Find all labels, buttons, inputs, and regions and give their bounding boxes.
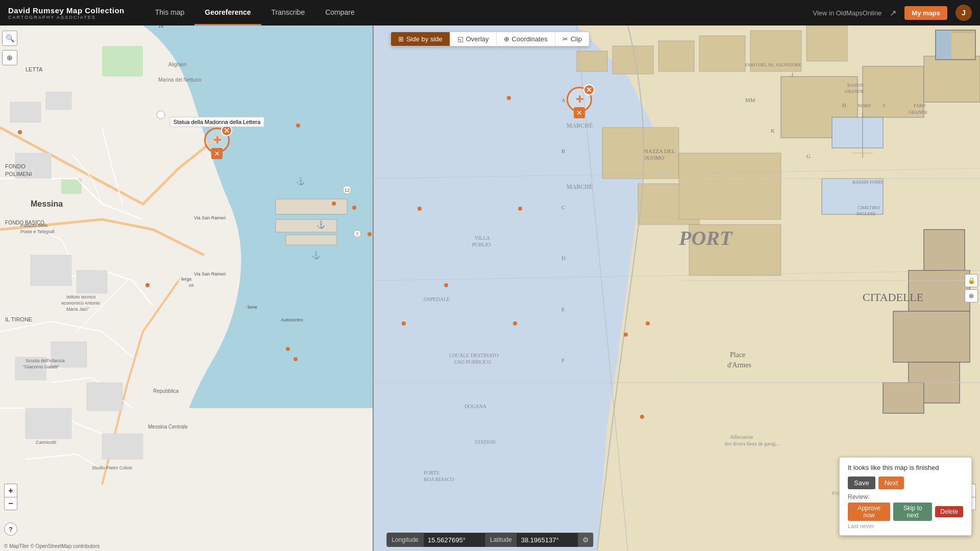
thumbnail-svg (936, 31, 975, 59)
logo-area: David Rumsey Map Collection Cartography … (8, 6, 125, 20)
svg-text:C: C (561, 204, 565, 210)
crosshair-button[interactable]: ⊕ (2, 50, 17, 65)
svg-point-39 (157, 111, 165, 119)
map-divider (373, 26, 374, 551)
svg-rect-63 (924, 56, 980, 102)
delete-button[interactable]: Delete (935, 506, 963, 517)
svg-text:Maria Jaci°: Maria Jaci° (66, 307, 89, 312)
svg-text:Repubblica: Repubblica (153, 388, 179, 394)
left-pin-marker[interactable]: ✛ ✕ Statua della Madonna della Lettera ✕ (204, 128, 230, 153)
svg-text:GRANDE: GRANDE (845, 89, 864, 94)
nav-transcribe[interactable]: Transcribe (261, 0, 315, 26)
dot-marker-3[interactable] (332, 202, 336, 206)
longitude-label: Longitude (386, 533, 424, 546)
approve-button[interactable]: Approve now (848, 503, 890, 521)
svg-text:GRANDE: GRANDE (909, 110, 928, 115)
tool-overlay[interactable]: ◱ Overlay (450, 32, 497, 46)
skip-button[interactable]: Skip to next (893, 503, 932, 521)
logo-subtitle: Cartography Associates (8, 15, 125, 20)
right-pin-cross-button-upper[interactable]: ✕ (583, 84, 595, 95)
tool-clip[interactable]: ✂ Clip (555, 32, 589, 46)
nav-georeference[interactable]: Georeference (194, 0, 261, 26)
dot-marker-5[interactable] (368, 232, 372, 236)
svg-rect-6 (31, 255, 71, 286)
svg-text:PUBLIO: PUBLIO (472, 242, 491, 247)
svg-text:FORTE: FORTE (424, 470, 439, 475)
left-pin-delete-button[interactable]: ✕ (211, 148, 223, 159)
dot-marker-2[interactable] (296, 123, 300, 128)
search-button[interactable]: 🔍 (2, 31, 17, 46)
svg-rect-119 (936, 31, 951, 59)
svg-rect-51 (577, 51, 607, 71)
svg-text:Via San Raineri: Via San Raineri (194, 271, 226, 277)
right-side-controls: 🔒 ⊕ (963, 272, 980, 305)
left-zoom-in[interactable]: + (4, 484, 17, 497)
svg-text:Via San Raineri: Via San Raineri (194, 215, 226, 220)
svg-text:d'Armes: d'Armes (727, 361, 751, 369)
right-dot-7[interactable] (646, 321, 650, 325)
nav-this-map[interactable]: This map (145, 0, 195, 26)
svg-text:H: H (842, 102, 846, 108)
left-sidebar-controls: 🔍 ⊕ (2, 30, 17, 66)
svg-text:PIAZZA DEL: PIAZZA DEL (643, 148, 675, 154)
dot-marker-8[interactable] (286, 347, 290, 351)
right-dot-3[interactable] (444, 283, 448, 287)
logo-title: David Rumsey Map Collection (8, 6, 125, 15)
svg-text:· lerga: · lerga (179, 277, 191, 282)
right-lock-button[interactable]: 🔒 (965, 274, 978, 287)
right-target-button[interactable]: ⊕ (965, 289, 978, 303)
overlay-icon: ◱ (457, 35, 463, 43)
svg-text:Palazzo delle: Palazzo delle (20, 223, 48, 228)
right-pin-delete-button-upper[interactable]: ✕ (574, 107, 585, 118)
user-avatar[interactable]: J (955, 5, 972, 21)
finish-notification: It looks like this map is finished Save … (839, 457, 972, 536)
dot-marker-6[interactable] (145, 283, 150, 287)
dot-marker-1[interactable] (18, 130, 22, 134)
svg-rect-4 (46, 92, 71, 110)
dot-marker-4[interactable] (352, 206, 356, 210)
view-oldmaps-link[interactable]: View in OldMapsOnline (813, 9, 881, 17)
nav-compare[interactable]: Compare (315, 0, 365, 26)
svg-text:FONDO: FONDO (5, 163, 26, 169)
side-by-side-label: Side by side (406, 35, 443, 43)
svg-rect-65 (924, 230, 965, 270)
save-button[interactable]: Save (848, 477, 875, 489)
svg-text:INGLESE: INGLESE (856, 211, 876, 216)
next-button[interactable]: Next (878, 477, 904, 489)
right-dot-8[interactable] (624, 333, 628, 337)
svg-text:MARCHÉ: MARCHÉ (567, 183, 593, 190)
share-icon[interactable]: ↗ (890, 8, 896, 18)
svg-text:Studio Pietro Colosi: Studio Pietro Colosi (92, 465, 132, 470)
svg-rect-68 (883, 383, 924, 413)
right-dot-1[interactable] (507, 96, 511, 100)
svg-text:LETTA: LETTA (26, 66, 43, 72)
main-content: ⊞ Side by side ◱ Overlay ⊕ Coordinates ✂… (0, 26, 980, 551)
help-button[interactable]: ? (4, 522, 17, 536)
svg-text:⚓: ⚓ (316, 220, 326, 229)
svg-rect-53 (658, 41, 694, 71)
right-dot-9[interactable] (640, 415, 644, 419)
svg-rect-8 (51, 342, 87, 367)
latitude-input[interactable] (517, 533, 578, 547)
my-maps-button[interactable]: My maps (904, 6, 947, 20)
dot-marker-9[interactable] (293, 357, 298, 361)
svg-text:LOCALE DESTINATO: LOCALE DESTINATO (449, 353, 499, 358)
coord-settings-button[interactable]: ⚙ (578, 533, 594, 547)
left-zoom-out[interactable]: − (4, 497, 17, 510)
svg-text:Alighieri: Alighieri (168, 62, 187, 67)
right-map[interactable]: PORT CITADELLE Place d'Armes A B C D E F… (373, 26, 980, 551)
svg-text:DOGANA: DOGANA (464, 404, 487, 409)
svg-rect-12 (102, 434, 143, 459)
right-dot-5[interactable] (513, 321, 517, 325)
svg-text:A: A (561, 97, 566, 103)
svg-text:OSPEDALE: OSPEDALE (424, 296, 450, 302)
right-dot-6[interactable] (518, 207, 522, 211)
tool-coordinates[interactable]: ⊕ Coordinates (497, 32, 555, 46)
longitude-input[interactable] (424, 533, 485, 547)
right-pin-marker-upper[interactable]: ✛ ✕ ✕ (567, 87, 592, 112)
right-dot-4[interactable] (402, 321, 406, 325)
tool-side-by-side[interactable]: ⊞ Side by side (391, 32, 450, 46)
coordinate-bar: Longitude Latitude ⚙ (386, 533, 593, 547)
left-map[interactable]: LETTA FONDO POLIMENI FONDO BASICO Messin… (0, 26, 373, 551)
right-dot-2[interactable] (418, 207, 422, 211)
